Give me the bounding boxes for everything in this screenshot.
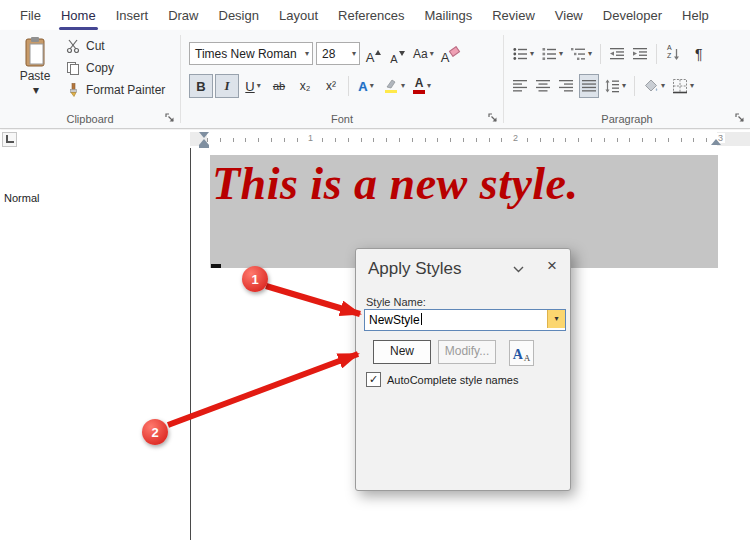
shrink-font-icon: A [390, 53, 397, 65]
align-right-icon [558, 78, 574, 94]
highlighter-icon [383, 78, 399, 94]
underline-icon: U [245, 79, 254, 94]
document-heading-text[interactable]: This is a new style. [212, 157, 579, 210]
chevron-down-icon: ▾ [430, 50, 434, 58]
style-name-input[interactable]: NewStyle ▾ [364, 309, 566, 331]
align-right-button[interactable] [556, 74, 576, 98]
text-cursor-mark [211, 264, 221, 268]
text-effects-button[interactable]: A ▾ [354, 74, 378, 98]
tab-insert[interactable]: Insert [106, 0, 159, 30]
close-icon[interactable]: × [547, 256, 557, 276]
new-style-button[interactable]: New [373, 340, 431, 364]
superscript-button[interactable]: x² [319, 74, 343, 98]
left-indent-marker[interactable] [199, 145, 209, 148]
tab-mailings[interactable]: Mailings [415, 0, 483, 30]
tab-home[interactable]: Home [51, 0, 106, 30]
dialog-title: Apply Styles [368, 259, 462, 279]
increase-indent-icon [632, 46, 648, 62]
shading-button[interactable]: ▾ [641, 74, 667, 98]
sort-button[interactable]: A Z [663, 42, 690, 66]
tab-view[interactable]: View [545, 0, 593, 30]
align-center-button[interactable] [533, 74, 553, 98]
subscript-button[interactable]: x₂ [293, 74, 317, 98]
step-1-badge: 1 [242, 266, 268, 292]
modify-style-button[interactable]: Modify... [438, 340, 496, 364]
ribbon-tab-bar: File Home Insert Draw Design Layout Refe… [0, 0, 750, 30]
align-left-icon [512, 78, 528, 94]
tab-layout[interactable]: Layout [269, 0, 328, 30]
strikethrough-button[interactable]: ab [267, 74, 291, 98]
clipboard-group-label: Clipboard [0, 113, 180, 125]
paste-button[interactable]: Paste ▾ [10, 36, 60, 116]
cut-button[interactable]: Cut [66, 39, 165, 53]
style-name-dropdown-button[interactable]: ▾ [547, 310, 565, 328]
ribbon: Paste ▾ Cut [0, 30, 750, 129]
cut-label: Cut [86, 39, 105, 53]
paragraph-group-label: Paragraph [504, 113, 750, 125]
clear-formatting-icon: A [441, 50, 450, 65]
tab-review[interactable]: Review [482, 0, 545, 30]
chevron-down-icon: ▾ [401, 82, 405, 90]
show-formatting-marks-button[interactable]: ¶ [693, 42, 705, 66]
numbering-button[interactable]: ▾ [539, 42, 565, 66]
chevron-down-icon: ▾ [370, 82, 374, 90]
scissors-icon [66, 39, 80, 53]
underline-button[interactable]: U ▾ [241, 74, 265, 98]
style-area-divider [190, 148, 191, 540]
tab-design[interactable]: Design [209, 0, 269, 30]
ruler-number: 1 [306, 133, 315, 143]
right-indent-marker[interactable] [711, 139, 721, 145]
pane-options-chevron-icon[interactable] [513, 266, 524, 273]
font-color-button[interactable]: A ▾ [410, 74, 434, 98]
bold-button[interactable]: B [189, 74, 213, 98]
autocomplete-checkbox-row: ✓ AutoComplete style names [366, 372, 518, 387]
borders-button[interactable]: ▾ [670, 74, 696, 98]
checkmark-icon: ✓ [369, 374, 378, 385]
chevron-down-icon: ▾ [690, 82, 694, 90]
multilevel-list-button[interactable]: ▾ [568, 42, 594, 66]
tab-stop-selector[interactable] [2, 132, 17, 147]
autocomplete-checkbox[interactable]: ✓ [366, 372, 381, 387]
format-painter-button[interactable]: Format Painter [66, 83, 165, 97]
chevron-down-icon: ▾ [554, 315, 558, 323]
divider [600, 44, 601, 64]
line-spacing-button[interactable]: ▾ [602, 74, 628, 98]
highlight-color-button[interactable]: ▾ [380, 74, 408, 98]
change-case-button[interactable]: Aa ▾ [411, 43, 436, 65]
clipboard-dialog-launcher-icon[interactable] [165, 113, 175, 123]
clear-formatting-button[interactable]: A [439, 43, 462, 65]
font-size-combo[interactable]: 28 ▾ [316, 42, 360, 65]
justify-button[interactable] [579, 74, 599, 98]
word-window: File Home Insert Draw Design Layout Refe… [0, 0, 750, 540]
tab-file[interactable]: File [10, 0, 51, 30]
eraser-icon [449, 46, 460, 57]
open-styles-pane-button[interactable]: AA [509, 340, 534, 366]
tab-help[interactable]: Help [672, 0, 719, 30]
chevron-down-icon: ▾ [661, 82, 665, 90]
italic-button[interactable]: I [215, 74, 239, 98]
format-painter-label: Format Painter [86, 83, 165, 97]
font-name-combo[interactable]: Times New Roman ▾ [189, 42, 313, 65]
tab-draw[interactable]: Draw [158, 0, 208, 30]
decrease-indent-button[interactable] [607, 42, 627, 66]
paragraph-dialog-launcher-icon[interactable] [735, 113, 745, 123]
style-name-value: NewStyle [369, 313, 422, 327]
increase-indent-button[interactable] [630, 42, 650, 66]
chevron-down-icon: ▾ [33, 84, 39, 96]
font-dialog-launcher-icon[interactable] [488, 113, 498, 123]
align-left-button[interactable] [510, 74, 530, 98]
numbered-list-icon [541, 46, 557, 62]
arrow-to-new-button [168, 354, 358, 425]
tab-developer[interactable]: Developer [593, 0, 672, 30]
sort-letters: A Z [681, 46, 688, 62]
tab-references[interactable]: References [328, 0, 414, 30]
first-line-indent-marker[interactable] [199, 132, 209, 138]
down-arrow-icon [399, 51, 405, 56]
copy-button[interactable]: Copy [66, 61, 165, 75]
grow-font-button[interactable]: A [363, 43, 384, 65]
font-group-label: Font [181, 113, 503, 125]
shrink-font-button[interactable]: A [387, 43, 408, 65]
paragraph-group: ▾ ▾ ▾ [504, 30, 750, 128]
bullets-button[interactable]: ▾ [510, 42, 536, 66]
step-2-badge: 2 [142, 419, 168, 445]
